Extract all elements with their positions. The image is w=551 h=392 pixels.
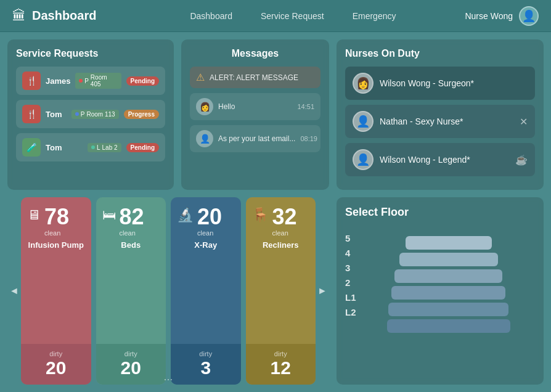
equipment-scroll: 🖥 78 clean Infusion Pump dirty 20 bbox=[21, 197, 316, 385]
nurse-item[interactable]: 👩 Wilson Wong - Surgeon* bbox=[345, 67, 535, 100]
equipment-card-beds[interactable]: 🛏 82 clean Beds dirty 20 bbox=[96, 197, 166, 385]
floor-label-4[interactable]: 4 bbox=[345, 248, 356, 258]
nurse-item[interactable]: 👤 Nathan - Sexy Nurse* ✕ bbox=[345, 105, 535, 138]
status-badge: Progress bbox=[124, 110, 159, 119]
equipment-top: 🖥 78 clean Infusion Pump bbox=[21, 197, 91, 344]
room-label: P bbox=[81, 111, 85, 118]
service-room: L Lab 2 bbox=[88, 143, 121, 152]
service-requester-name: James bbox=[46, 76, 70, 86]
equipment-clean-count: 20 bbox=[197, 206, 222, 228]
messages-panel: Messages ⚠ ALERT: ALERT MESSAGE 👩 Hello … bbox=[181, 39, 329, 190]
message-item[interactable]: 👤 As per your last email... 08:19 bbox=[190, 125, 320, 152]
message-text: ALERT: ALERT MESSAGE bbox=[210, 73, 298, 82]
equipment-top: 🛏 82 clean Beds bbox=[96, 197, 166, 344]
equipment-header: 🪑 32 clean bbox=[252, 206, 310, 237]
service-requester-name: Tom bbox=[46, 110, 67, 119]
equipment-card-xray[interactable]: 🔬 20 clean X-Ray dirty 3 bbox=[171, 197, 241, 385]
floor-layer-4[interactable] bbox=[388, 303, 508, 316]
floor-layer-0[interactable] bbox=[406, 236, 492, 250]
equipment-card-recliners[interactable]: 🪑 32 clean Recliners dirty 12 bbox=[246, 197, 316, 385]
equipment-bottom: dirty 20 bbox=[21, 344, 91, 385]
service-request-item[interactable]: 🍴 James P Room 405 Pending bbox=[16, 67, 165, 95]
equipment-icon: 🪑 bbox=[252, 207, 269, 223]
equipment-top: 🪑 32 clean Recliners bbox=[246, 197, 316, 344]
room-label: P bbox=[84, 78, 89, 84]
logo-icon: 🏛 bbox=[12, 8, 26, 24]
floor-layer-2[interactable] bbox=[394, 269, 502, 283]
dirty-label: dirty bbox=[49, 350, 62, 357]
equipment-card-infusion-pump[interactable]: 🖥 78 clean Infusion Pump dirty 20 bbox=[21, 197, 91, 385]
user-avatar[interactable]: 👤 bbox=[519, 6, 539, 26]
room-dot bbox=[91, 145, 95, 149]
nurse-coffee-button[interactable]: ☕ bbox=[515, 154, 528, 166]
select-floor-title: Select Floor bbox=[345, 206, 535, 219]
app-logo: 🏛 Dashboard bbox=[12, 8, 96, 24]
service-type-icon: 🍴 bbox=[22, 71, 41, 90]
equipment-clean-count: 82 bbox=[120, 206, 144, 228]
service-room: P Room 405 bbox=[75, 73, 121, 89]
floor-layer-1[interactable] bbox=[399, 253, 498, 266]
floor-layer-3[interactable] bbox=[391, 286, 505, 300]
nurse-item[interactable]: 👤 Wilson Wong - Legend* ☕ bbox=[345, 143, 535, 176]
service-request-item[interactable]: 🧪 Tom L Lab 2 Pending bbox=[16, 133, 165, 161]
equipment-icon: 🛏 bbox=[102, 207, 116, 223]
status-badge: Pending bbox=[126, 76, 159, 86]
floor-label-3[interactable]: 3 bbox=[345, 263, 356, 272]
equipment-header: 🔬 20 clean bbox=[177, 206, 235, 237]
nav-emergency[interactable]: Emergency bbox=[348, 9, 401, 23]
service-room: P Room 113 bbox=[71, 110, 119, 119]
dirty-label: dirty bbox=[124, 350, 137, 357]
nurse-name: Wilson Wong - Legend* bbox=[380, 155, 509, 165]
floor-label-5[interactable]: 5 bbox=[345, 234, 356, 243]
main-content: Service Requests 🍴 James P Room 405 Pend… bbox=[0, 32, 551, 392]
service-request-item[interactable]: 🍴 Tom P Room 113 Progress bbox=[16, 100, 165, 128]
message-item[interactable]: ⚠ ALERT: ALERT MESSAGE bbox=[190, 67, 320, 88]
equipment-bottom: dirty 12 bbox=[246, 344, 316, 385]
equipment-bottom: dirty 20 bbox=[96, 344, 166, 385]
nurses-title: Nurses On Duty bbox=[345, 48, 535, 59]
equipment-bottom: dirty 3 bbox=[171, 344, 241, 385]
nurse-avatar: 👩 bbox=[353, 73, 373, 94]
service-type-icon: 🍴 bbox=[22, 105, 41, 123]
messages-title: Messages bbox=[190, 48, 320, 59]
nav-dashboard[interactable]: Dashboard bbox=[185, 9, 237, 23]
equipment-header: 🛏 82 clean bbox=[102, 206, 160, 237]
service-type-icon: 🧪 bbox=[22, 138, 41, 157]
room-number: Lab 2 bbox=[102, 144, 118, 151]
scroll-right-arrow[interactable]: ► bbox=[316, 197, 329, 385]
room-number: Room 113 bbox=[87, 111, 115, 118]
floor-layer-5[interactable] bbox=[387, 319, 510, 333]
room-dot bbox=[75, 112, 79, 116]
floor-label-l1[interactable]: L1 bbox=[345, 293, 356, 302]
dirty-label: dirty bbox=[274, 350, 287, 357]
equipment-section: ◄ 🖥 78 clean Infusion Pump dirty 2 bbox=[7, 197, 329, 385]
equipment-clean-count: 32 bbox=[272, 206, 297, 228]
equipment-clean-label: clean bbox=[120, 229, 144, 237]
floor-label-l2[interactable]: L2 bbox=[345, 308, 356, 317]
message-time: 14:51 bbox=[297, 103, 314, 110]
dirty-count: 3 bbox=[200, 357, 211, 378]
app-title: Dashboard bbox=[32, 9, 96, 23]
message-text: Hello bbox=[218, 102, 235, 111]
equipment-name: Recliners bbox=[263, 240, 299, 250]
room-label: L bbox=[97, 144, 100, 151]
message-avatar: 👩 bbox=[196, 98, 213, 115]
dirty-label: dirty bbox=[199, 350, 212, 357]
scroll-left-arrow[interactable]: ◄ bbox=[7, 197, 21, 385]
equipment-clean-label: clean bbox=[272, 229, 297, 237]
nurse-avatar: 👤 bbox=[353, 149, 373, 170]
nurses-panel: Nurses On Duty 👩 Wilson Wong - Surgeon* … bbox=[337, 39, 544, 190]
nurse-avatar: 👤 bbox=[353, 111, 373, 132]
floor-visual bbox=[362, 236, 535, 333]
message-time: 08:19 bbox=[300, 135, 317, 142]
user-profile[interactable]: Nurse Wong 👤 bbox=[465, 6, 539, 26]
equipment-icon: 🔬 bbox=[177, 207, 194, 223]
message-content: Hello bbox=[218, 102, 292, 111]
nav-service-request[interactable]: Service Request bbox=[256, 9, 329, 23]
floor-label-2[interactable]: 2 bbox=[345, 278, 356, 287]
remove-nurse-button[interactable]: ✕ bbox=[520, 116, 528, 128]
floor-section: 5 4 3 2 L1 L2 bbox=[345, 224, 535, 333]
message-item[interactable]: 👩 Hello 14:51 bbox=[190, 93, 320, 120]
service-requests-title: Service Requests bbox=[16, 48, 165, 59]
nurse-name: Wilson Wong - Surgeon* bbox=[380, 78, 528, 88]
